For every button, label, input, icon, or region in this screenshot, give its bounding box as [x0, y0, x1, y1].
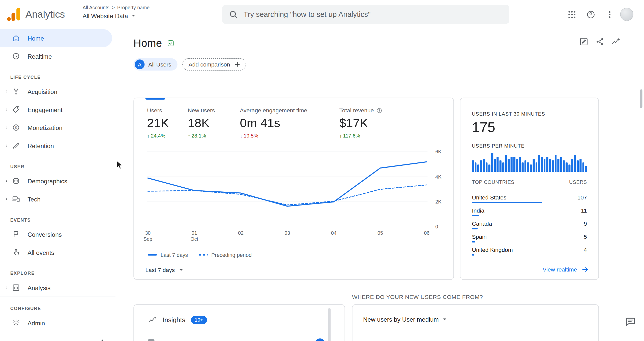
- chat-feedback-button[interactable]: [622, 313, 639, 330]
- svg-text:$: $: [15, 126, 17, 130]
- sidebar-item-label: All events: [27, 249, 54, 256]
- sidebar-item-realtime[interactable]: Realtime: [0, 47, 112, 65]
- sidebar-item-label: Conversions: [27, 231, 62, 238]
- all-events-icon: [12, 248, 20, 256]
- new-users-heading: WHERE DO YOUR NEW USERS COME FROM?: [352, 294, 483, 300]
- admin-icon: [12, 319, 20, 327]
- sidebar-item-monetization[interactable]: $Monetization: [0, 119, 112, 137]
- minute-bar: [555, 155, 557, 172]
- chat-icon: [625, 316, 636, 327]
- new-users-dimension-selector[interactable]: New users by User medium: [363, 316, 449, 323]
- overview-card: Users21K↑24.4%New users18K↑28.1%Average …: [133, 98, 454, 280]
- property-selector[interactable]: All Website Data: [82, 12, 150, 19]
- help-button[interactable]: [582, 6, 599, 22]
- add-comparison-label: Add comparison: [189, 61, 230, 68]
- minute-bar: [546, 157, 548, 172]
- expand-chevron-icon[interactable]: [3, 179, 10, 183]
- minute-bar: [505, 155, 507, 172]
- metric-help-icon[interactable]: [376, 107, 382, 113]
- page-scrollbar[interactable]: [640, 89, 642, 108]
- collapse-sidebar-button[interactable]: [97, 337, 107, 341]
- sidebar-item-label: Monetization: [27, 124, 63, 131]
- sidebar-item-conversions[interactable]: Conversions: [0, 225, 112, 243]
- country-row: United Kingdom4: [472, 243, 587, 256]
- minute-bar: [483, 159, 485, 172]
- minute-bar: [558, 159, 560, 172]
- country-users: 9: [584, 220, 587, 227]
- minute-bar: [472, 161, 474, 172]
- topbar: Analytics All Accounts > Property name A…: [0, 0, 644, 29]
- users-per-minute-label: USERS PER MINUTE: [472, 143, 525, 149]
- metric-delta: ↑28.1%: [188, 133, 240, 139]
- arrow-up-icon: ↑: [339, 133, 342, 139]
- new-users-dimension-label: New users by User medium: [363, 316, 439, 323]
- x-axis-label: 01Oct: [182, 230, 207, 243]
- date-range-selector[interactable]: Last 7 days: [145, 266, 185, 274]
- minute-bar: [522, 162, 524, 172]
- country-bar: [472, 254, 475, 256]
- sidebar-item-engagement[interactable]: Engagement: [0, 100, 112, 119]
- minute-bar: [574, 155, 576, 172]
- expand-chevron-icon[interactable]: [3, 197, 10, 201]
- metric-label-text: Users: [147, 107, 162, 114]
- sidebar-item-tech[interactable]: Tech: [0, 190, 112, 208]
- sidebar-item-label: Engagement: [27, 106, 63, 113]
- expand-chevron-icon[interactable]: [3, 286, 10, 290]
- minute-bar: [488, 164, 490, 172]
- sidebar-item-retention[interactable]: Retention: [0, 137, 112, 155]
- insights-panel-icon[interactable]: [611, 37, 621, 46]
- users-30min-label: USERS IN LAST 30 MINUTES: [472, 111, 545, 117]
- engagement-icon: [12, 106, 20, 114]
- sidebar-item-home[interactable]: Home: [0, 29, 112, 47]
- y-axis-label: 6K: [435, 149, 442, 155]
- minute-bar: [579, 159, 581, 172]
- sidebar-item-acquisition[interactable]: Acquisition: [0, 82, 112, 100]
- minute-bar: [552, 161, 554, 172]
- more-menu-button[interactable]: [601, 6, 618, 22]
- topbar-actions: [564, 6, 633, 22]
- expand-chevron-icon[interactable]: [3, 144, 10, 148]
- insights-count-badge: 10+: [191, 316, 207, 324]
- conversions-icon: [12, 230, 20, 238]
- expand-chevron-icon[interactable]: [3, 108, 10, 112]
- minute-bar: [571, 159, 573, 172]
- add-comparison-button[interactable]: Add comparison: [182, 58, 246, 71]
- sidebar-item-analysis[interactable]: Analysis: [0, 279, 112, 297]
- insights-scrollbar[interactable]: [328, 308, 331, 341]
- breadcrumb-property[interactable]: Property name: [117, 5, 150, 11]
- sidebar-item-label: Home: [27, 35, 44, 42]
- view-realtime-link[interactable]: View realtime: [543, 265, 589, 274]
- report-check-icon: [167, 39, 175, 47]
- monetization-icon: $: [12, 123, 20, 132]
- sidebar-item-all-events[interactable]: All events: [0, 243, 112, 261]
- country-users: 107: [577, 194, 587, 200]
- metric-label-text: Total revenue: [339, 107, 374, 114]
- minute-bar: [519, 157, 521, 172]
- metric-label-text: New users: [188, 107, 215, 114]
- breadcrumb-all-accounts[interactable]: All Accounts: [82, 5, 109, 11]
- customize-report-icon[interactable]: [579, 37, 589, 46]
- sidebar: HomeRealtimeLIFE CYCLEAcquisitionEngagem…: [0, 29, 115, 341]
- comparison-chips: A All Users Add comparison: [133, 58, 246, 71]
- search-input[interactable]: [244, 10, 503, 19]
- sidebar-item-label: Realtime: [27, 53, 52, 60]
- avatar[interactable]: [620, 8, 633, 21]
- minute-bar: [585, 166, 587, 172]
- sidebar-nav: HomeRealtimeLIFE CYCLEAcquisitionEngagem…: [0, 29, 115, 332]
- expand-chevron-icon[interactable]: [3, 125, 10, 129]
- all-users-chip[interactable]: A All Users: [133, 58, 177, 71]
- analytics-logo[interactable]: Analytics: [7, 7, 65, 21]
- expand-chevron-icon[interactable]: [3, 89, 10, 93]
- sidebar-item-admin[interactable]: Admin: [0, 314, 112, 332]
- insights-header: Insights 10+: [148, 316, 207, 325]
- sidebar-section-user: USER: [0, 155, 115, 172]
- apps-grid-button[interactable]: [564, 6, 580, 22]
- all-users-chip-label: All Users: [148, 61, 171, 68]
- share-report-icon[interactable]: [595, 37, 604, 46]
- metric-total-revenue: Total revenue$17K↑117.6%: [339, 107, 421, 139]
- sidebar-item-demographics[interactable]: Demographics: [0, 172, 112, 190]
- search-bar[interactable]: [222, 5, 509, 24]
- arrow-right-icon: [581, 265, 590, 274]
- minute-bar: [502, 162, 504, 172]
- sidebar-section-configure: CONFIGURE: [0, 297, 115, 314]
